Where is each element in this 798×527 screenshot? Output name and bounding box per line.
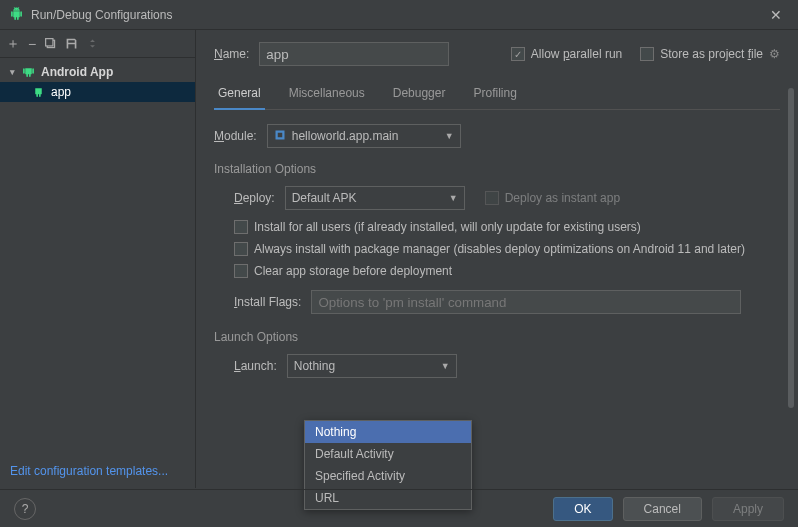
- tab-general[interactable]: General: [214, 80, 265, 110]
- launch-option-default-activity[interactable]: Default Activity: [305, 443, 471, 465]
- name-input[interactable]: [259, 42, 449, 66]
- install-flags-label: Install Flags:: [234, 295, 301, 309]
- store-project-checkbox[interactable]: Store as project file: [640, 47, 763, 61]
- tree-category-label: Android App: [41, 65, 113, 79]
- tree-category-android[interactable]: ▾ Android App: [0, 62, 195, 82]
- content: Name: ✓ Allow parallel run Store as proj…: [196, 30, 798, 488]
- chevron-down-icon: ▼: [449, 193, 458, 203]
- checkbox-icon: [485, 191, 499, 205]
- edit-templates-link[interactable]: Edit configuration templates...: [0, 454, 195, 488]
- install-flags-input[interactable]: [311, 290, 741, 314]
- sidebar: ＋ − ▾ Android App app Edit configuration…: [0, 30, 196, 488]
- apply-button[interactable]: Apply: [712, 497, 784, 521]
- chevron-down-icon: ▼: [441, 361, 450, 371]
- footer: ? OK Cancel Apply: [0, 489, 798, 527]
- android-icon: [10, 7, 23, 23]
- checkbox-checked-icon: ✓: [511, 47, 525, 61]
- module-label: Module:: [214, 129, 257, 143]
- add-icon[interactable]: ＋: [6, 35, 20, 53]
- checkbox-icon: [234, 242, 248, 256]
- close-icon[interactable]: ✕: [764, 5, 788, 25]
- tab-profiling[interactable]: Profiling: [469, 80, 520, 109]
- launch-section-title: Launch Options: [214, 330, 780, 344]
- module-icon: [274, 129, 286, 144]
- tree-item-label: app: [51, 85, 71, 99]
- config-tree: ▾ Android App app: [0, 58, 195, 454]
- deploy-label: Deploy:: [234, 191, 275, 205]
- copy-icon[interactable]: [44, 37, 57, 50]
- checkbox-icon: [234, 220, 248, 234]
- launch-dropdown[interactable]: Nothing ▼: [287, 354, 457, 378]
- save-icon[interactable]: [65, 37, 78, 50]
- window-title: Run/Debug Configurations: [31, 8, 764, 22]
- instant-app-checkbox: Deploy as instant app: [485, 191, 620, 205]
- launch-value: Nothing: [294, 359, 335, 373]
- tab-debugger[interactable]: Debugger: [389, 80, 450, 109]
- scrollbar-thumb[interactable]: [788, 88, 794, 408]
- clear-storage-checkbox[interactable]: Clear app storage before deployment: [234, 264, 452, 278]
- remove-icon[interactable]: −: [28, 36, 36, 52]
- cancel-button[interactable]: Cancel: [623, 497, 702, 521]
- sidebar-toolbar: ＋ −: [0, 30, 195, 58]
- clear-storage-label: Clear app storage before deployment: [254, 264, 452, 278]
- store-project-label: Store as project file: [660, 47, 763, 61]
- module-dropdown[interactable]: helloworld.app.main ▼: [267, 124, 461, 148]
- installation-section-title: Installation Options: [214, 162, 780, 176]
- install-all-users-label: Install for all users (if already instal…: [254, 220, 641, 234]
- launch-label: Launch:: [234, 359, 277, 373]
- deploy-value: Default APK: [292, 191, 357, 205]
- deploy-dropdown[interactable]: Default APK ▼: [285, 186, 465, 210]
- install-all-users-checkbox[interactable]: Install for all users (if already instal…: [234, 220, 641, 234]
- gear-icon[interactable]: ⚙: [769, 47, 780, 61]
- checkbox-icon: [640, 47, 654, 61]
- help-icon[interactable]: ?: [14, 498, 36, 520]
- svg-rect-3: [277, 132, 282, 137]
- name-label: Name:: [214, 47, 249, 61]
- allow-parallel-checkbox[interactable]: ✓ Allow parallel run: [511, 47, 622, 61]
- chevron-down-icon: ▼: [445, 131, 454, 141]
- move-up-down-icon[interactable]: [86, 37, 99, 50]
- checkbox-icon: [234, 264, 248, 278]
- scrollbar[interactable]: [788, 88, 794, 468]
- ok-button[interactable]: OK: [553, 497, 612, 521]
- pkg-mgr-checkbox[interactable]: Always install with package manager (dis…: [234, 242, 745, 256]
- tab-miscellaneous[interactable]: Miscellaneous: [285, 80, 369, 109]
- chevron-down-icon: ▾: [6, 67, 18, 77]
- svg-rect-1: [46, 39, 53, 46]
- android-icon: [32, 84, 45, 100]
- launch-option-nothing[interactable]: Nothing: [305, 421, 471, 443]
- launch-option-specified-activity[interactable]: Specified Activity: [305, 465, 471, 487]
- allow-parallel-label: Allow parallel run: [531, 47, 622, 61]
- titlebar: Run/Debug Configurations ✕: [0, 0, 798, 30]
- android-icon: [22, 64, 35, 80]
- module-value: helloworld.app.main: [292, 129, 399, 143]
- tree-item-app[interactable]: app: [0, 82, 195, 102]
- pkg-mgr-label: Always install with package manager (dis…: [254, 242, 745, 256]
- tabs: General Miscellaneous Debugger Profiling: [214, 80, 780, 110]
- instant-app-label: Deploy as instant app: [505, 191, 620, 205]
